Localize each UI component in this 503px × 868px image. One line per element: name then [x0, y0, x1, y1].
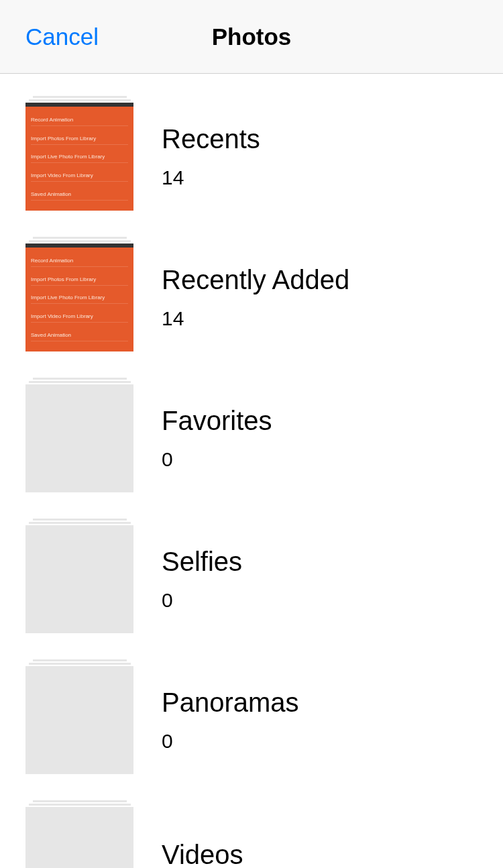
album-info: Selfies 0	[162, 547, 242, 612]
album-thumbnail: Record Animation Import Photos From Libr…	[25, 103, 133, 211]
album-thumbnail	[25, 525, 133, 633]
album-row-selfies[interactable]: Selfies 0	[0, 508, 503, 649]
album-row-recently-added[interactable]: Record Animation Import Photos From Libr…	[0, 227, 503, 368]
album-name: Favorites	[162, 406, 272, 436]
album-thumbnail	[25, 807, 133, 869]
album-count: 0	[162, 589, 242, 612]
album-info: Recents 14	[162, 124, 260, 189]
album-info: Recently Added 14	[162, 265, 349, 330]
album-info: Videos	[162, 840, 243, 869]
cancel-button[interactable]: Cancel	[25, 23, 99, 50]
album-thumbnail	[25, 666, 133, 774]
album-thumbnail: Record Animation Import Photos From Libr…	[25, 243, 133, 351]
album-list: Record Animation Import Photos From Libr…	[0, 74, 503, 868]
album-row-videos[interactable]: Videos	[0, 790, 503, 868]
album-row-favorites[interactable]: Favorites 0	[0, 368, 503, 508]
album-name: Selfies	[162, 547, 242, 577]
album-count: 0	[162, 730, 299, 753]
album-count: 14	[162, 307, 349, 330]
album-name: Panoramas	[162, 688, 299, 718]
album-row-recents[interactable]: Record Animation Import Photos From Libr…	[0, 86, 503, 227]
album-info: Favorites 0	[162, 406, 272, 471]
album-name: Recents	[162, 124, 260, 154]
album-count: 0	[162, 448, 272, 471]
album-thumbnail	[25, 384, 133, 492]
album-name: Videos	[162, 840, 243, 869]
album-name: Recently Added	[162, 265, 349, 295]
header: Cancel Photos	[0, 0, 503, 74]
album-info: Panoramas 0	[162, 688, 299, 753]
album-row-panoramas[interactable]: Panoramas 0	[0, 649, 503, 790]
album-count: 14	[162, 166, 260, 189]
